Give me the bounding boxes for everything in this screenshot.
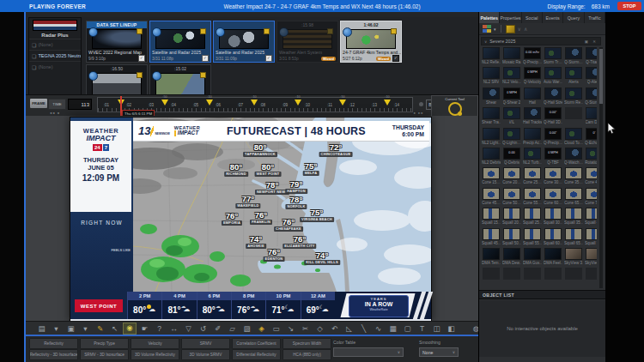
line-icon[interactable]: ╲ [356,323,371,335]
palette-item[interactable]: Squall 20… [502,208,521,227]
station-banner-thumbnail[interactable] [33,20,77,31]
color-table-dropdown[interactable]: ∨ [333,347,404,357]
palette-item[interactable]: Squall 65… [564,228,583,248]
mode-button[interactable]: Spectrum Width [283,338,331,349]
palette-item[interactable]: Rotation… [585,148,597,167]
add-palette-icon[interactable] [483,25,491,33]
palette-item[interactable]: Cone 15… [482,167,501,187]
dataset-card[interactable]: :15.02 [149,64,211,94]
dataset-card[interactable]: Satellite and Radar 20253/31 11:09p✓ [213,21,275,63]
collapse-all-icon[interactable]: ∨ [518,26,521,32]
palette-item[interactable] [482,268,501,287]
palette-item[interactable]: Cone 30… [544,167,562,187]
spline-icon[interactable]: ∿ [371,323,386,335]
palette-item[interactable]: Squall 50… [502,228,521,248]
palette-item[interactable]: NL2 Debris [482,148,501,167]
palette-item[interactable] [564,268,583,287]
image-icon[interactable]: ▦ [386,323,400,335]
palette-item[interactable]: Squall 40… [585,208,597,227]
model-3d-icon[interactable]: ◧ [444,323,459,335]
help-icon[interactable]: ? [152,323,167,335]
palette-scrollbar[interactable] [599,47,603,288]
palette-item[interactable]: VIL [502,107,521,127]
palette-item[interactable]: Squall 30… [544,208,562,227]
palette-item[interactable]: DMA Feel… [544,248,562,268]
mode-button[interactable]: SRMV [181,338,230,349]
pan-hand-icon[interactable]: ☛ [137,323,152,335]
orbit-tool-icon[interactable] [448,102,462,116]
palette-item[interactable]: 0.00"Q-Hail 3D… [544,107,562,127]
palette-item[interactable]: Cone 45… [482,188,501,208]
palette-item[interactable]: SkyView 3… [564,248,583,268]
palette-item[interactable]: Storm Tr… [544,47,562,67]
globe-edit-icon[interactable]: ◉ [123,323,137,335]
palette-item[interactable]: Hail [523,87,542,107]
palette-library-icon[interactable] [506,25,515,33]
mode-button[interactable]: SRMV - 3D Isosurface [80,349,129,360]
palette-item[interactable]: NL2 Turb… [523,148,542,167]
diamond-icon[interactable]: ◈ [254,323,269,335]
dataset-card[interactable]: :16.50 [86,64,148,94]
palette-item[interactable]: Cone 50… [502,188,521,208]
palette-item[interactable]: Cone 35… [564,167,583,187]
dataset-card[interactable]: DATA SET LINEUPWVEC 2022 Regional Map9/9… [86,21,148,63]
checkbox-checked[interactable]: ✓ [265,55,272,62]
palette-group-header[interactable]: ∨ Severe 2025 ▣ ✕ [481,37,601,45]
time-mode-button[interactable]: TIME [48,99,66,110]
palette-item[interactable]: Shear Tra… [482,107,501,127]
palette-item[interactable]: Q-Lightn… [502,128,521,148]
camera-icon[interactable]: ◫ [429,323,444,335]
palette-item[interactable]: Q-Storm… [585,87,597,107]
palette-item[interactable]: 0'Q-Echo T… [585,128,597,148]
group-action-icons[interactable]: ▣ ✕ [585,39,598,44]
palette-item[interactable] [585,268,597,287]
palette-item[interactable]: 0.00"Q-Precip… [544,128,562,148]
palette-item[interactable]: DMA Gus… [523,248,542,268]
palette-item[interactable]: Hail Tracks [523,107,542,127]
mode-button[interactable]: 3D Volume SRMV [181,349,230,360]
palette-item[interactable]: Q-Alerts [585,67,597,87]
mode-button[interactable]: Differential Reflectivity [232,349,281,360]
dataset-card[interactable]: 1:46.0224-7 GRAF 4km Temps and...5/27 6:… [340,21,402,63]
save-menu-icon[interactable]: ▾ [49,323,64,335]
smoothing-dropdown[interactable]: None ∨ [419,347,459,357]
palette-item[interactable]: Q-Storm… [564,47,583,67]
marker-box-icon[interactable]: ▭ [269,323,283,335]
palette-item[interactable]: Storm Re… [564,87,583,107]
transport-forward-icons[interactable]: ▸ ▸▸ [414,111,424,115]
tab-query[interactable]: Query [563,12,584,23]
hatch-icon[interactable]: ▨ [240,323,254,335]
keyframe-marker[interactable] [161,100,168,106]
mode-button[interactable]: Correlation Coefficient [232,338,281,349]
expand-all-icon[interactable]: ∧ [524,26,527,32]
palette-item[interactable]: DMA Dew… [502,248,521,268]
undo-icon[interactable]: ↶ [327,323,342,335]
pointer-icon[interactable]: ↖ [107,323,122,335]
sidebar-item[interactable]: ❏(None) [29,39,81,50]
checkbox-checked[interactable]: ✓ [202,55,209,62]
stop-button[interactable]: STOP [617,2,641,10]
mode-button[interactable]: Velocity [131,338,179,349]
eraser-icon[interactable]: ◺ [342,323,356,335]
frame-mode-button[interactable]: FRAME [30,99,47,108]
palette-item[interactable]: DMA Tem… [482,248,501,268]
save-icon[interactable]: ▤ [34,323,49,335]
dataset-card[interactable]: :15.98Weather Alert System3/31 8:53pWiza… [276,21,338,63]
palette-item[interactable]: Q-Titan… [585,47,597,67]
palette-item[interactable]: Cone 60… [544,188,562,208]
dataset-card[interactable]: Satellite and Radar 20253/31 11:08p✓ [149,21,211,63]
palette-item[interactable]: Cone 20… [502,167,521,187]
brush-icon[interactable]: ✐ [210,323,225,335]
scissors-icon[interactable]: ✂ [298,323,313,335]
copy-icon[interactable]: ▣ [64,323,78,335]
tab-properties[interactable]: Properties [500,12,521,23]
kite-icon[interactable]: ◇ [313,323,327,335]
mode-button[interactable]: Reflectivity [29,338,78,349]
palette-item[interactable]: Q-Hail Size [544,87,562,107]
palette-item[interactable]: Shear [482,87,501,107]
checkbox-checked[interactable]: ✓ [392,55,399,62]
palette-item[interactable]: NL2 Velo… [502,67,521,87]
palette-item[interactable]: Squall 60… [544,228,562,248]
layers-icon[interactable]: ▱ [225,323,240,335]
palette-item[interactable]: 0.00Q-Debris [502,148,521,167]
